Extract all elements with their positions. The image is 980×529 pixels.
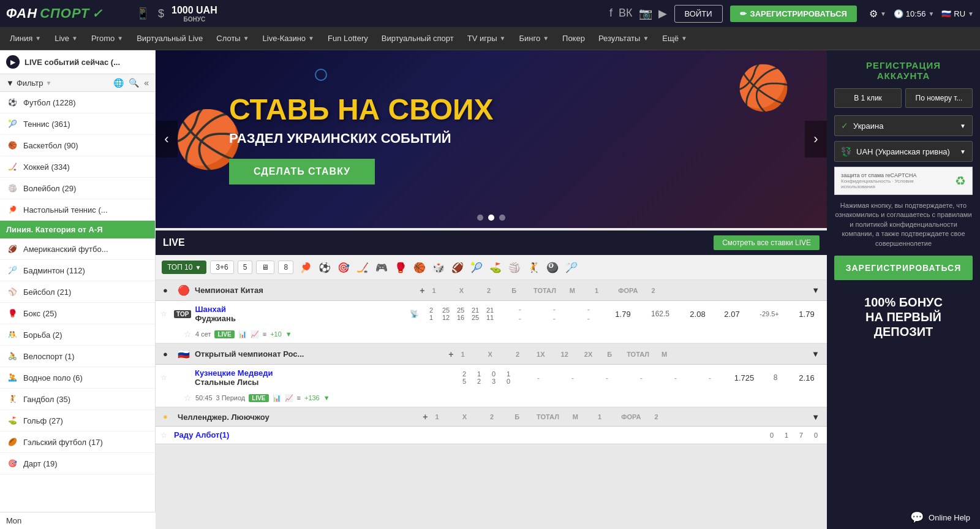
live-play-button[interactable]: ▶ xyxy=(6,55,20,69)
russia-expand[interactable]: + xyxy=(448,349,453,359)
sidebar-item-hockey[interactable]: 🏒 Хоккей (334) xyxy=(0,156,155,178)
banner-next-button[interactable]: › xyxy=(805,121,827,158)
filter-icon-ball11[interactable]: 🏐 xyxy=(506,259,523,276)
nav-poker[interactable]: Покер xyxy=(556,27,591,50)
filter-icon-ball2[interactable]: 🎯 xyxy=(335,259,352,276)
nav-slots[interactable]: Слоты ▼ xyxy=(210,27,255,50)
challenger-expand[interactable]: + xyxy=(423,412,428,422)
russia-list-icon[interactable]: ≡ xyxy=(297,394,301,402)
facebook-icon[interactable]: f xyxy=(609,7,612,20)
odds-b-val[interactable]: 1.79 xyxy=(612,308,633,321)
sidebar-item-golf[interactable]: ⛳ Гольф (27) xyxy=(0,410,155,432)
filter-5[interactable]: 5 xyxy=(238,261,253,274)
reg-one-click-button[interactable]: В 1 клик xyxy=(834,88,902,108)
filter-icon-ball7[interactable]: 🎲 xyxy=(430,259,447,276)
vk-icon[interactable]: ВК xyxy=(619,7,633,20)
filter-icon-ball8[interactable]: 🏈 xyxy=(449,259,466,276)
sidebar-item-boxing[interactable]: 🥊 Бокс (25) xyxy=(0,303,155,324)
nav-live[interactable]: Live ▼ xyxy=(48,27,84,50)
logo[interactable]: ФАНСПОРТ ✓ xyxy=(6,6,129,21)
nav-promo[interactable]: Promo ▼ xyxy=(85,27,129,50)
sidebar-item-tabletennis[interactable]: 🏓 Настольный теннис (... xyxy=(0,199,155,221)
currency-select[interactable]: 💱 UAH (Украинская гривна) ▼ xyxy=(834,141,973,162)
more-bets-russia[interactable]: +136 xyxy=(304,394,320,402)
filter-icon-ball9[interactable]: 🎾 xyxy=(468,259,485,276)
nav-live-casino[interactable]: Live-Казино ▼ xyxy=(257,27,320,50)
nav-virtual-live[interactable]: Виртуальный Live xyxy=(130,27,209,50)
filter-icon-ball6[interactable]: 🏀 xyxy=(411,259,428,276)
russia-fav-star[interactable]: ☆ xyxy=(160,373,170,382)
sidebar-item-volleyball[interactable]: 🏐 Волейбол (29) xyxy=(0,178,155,199)
sidebar-item-american-football[interactable]: 🏈 Американский футбо... xyxy=(0,238,155,260)
filter-8[interactable]: 8 xyxy=(278,261,293,274)
banner-bet-button[interactable]: СДЕЛАТЬ СТАВКУ xyxy=(229,159,375,185)
language-selector[interactable]: 🇷🇺 RU ▼ xyxy=(941,9,974,18)
sidebar-item-waterpolo[interactable]: 🤽 Водное поло (6) xyxy=(0,367,155,389)
russia-star[interactable]: ☆ xyxy=(184,393,192,403)
sidebar-item-badminton[interactable]: 🏸 Бадминтон (112) xyxy=(0,260,155,281)
expand-arrow[interactable]: ▼ xyxy=(285,330,292,338)
banner-dot-2[interactable] xyxy=(488,215,494,221)
odds-f2-val[interactable]: 1.79 xyxy=(796,308,816,321)
instagram-icon[interactable]: 📷 xyxy=(639,7,652,20)
filter-icon-ball12[interactable]: 🤾 xyxy=(525,259,542,276)
filter-icon-ball1[interactable]: ⚽ xyxy=(316,259,333,276)
youtube-icon[interactable]: ▶ xyxy=(658,7,667,20)
stats-icon[interactable]: 📈 xyxy=(251,330,259,338)
reg-submit-button[interactable]: ЗАРЕГИСТРИРОВАТЬСЯ xyxy=(834,256,973,280)
chart-icon[interactable]: 📊 xyxy=(238,330,247,338)
filter-icon-ball4[interactable]: 🎮 xyxy=(373,259,390,276)
match-star[interactable]: ☆ xyxy=(184,329,192,339)
country-select[interactable]: ✓ Украина ▼ xyxy=(834,115,973,136)
filter-icon-ping[interactable]: 🏓 xyxy=(297,259,314,276)
stream-icon[interactable]: 📡 xyxy=(410,310,419,318)
sidebar-item-cycling[interactable]: 🚴 Велоспорт (1) xyxy=(0,346,155,367)
nav-fun-lottery[interactable]: Fun Lottery xyxy=(322,27,374,50)
more-bets-china[interactable]: +10 xyxy=(270,330,282,338)
odds-f1-val[interactable]: 2.07 xyxy=(722,308,742,321)
filter-icon-ball14[interactable]: 🏸 xyxy=(563,259,580,276)
sidebar-item-handball[interactable]: 🤾 Гандбол (35) xyxy=(0,389,155,410)
banner-prev-button[interactable]: ‹ xyxy=(156,121,178,158)
dollar-icon[interactable]: $ xyxy=(158,7,164,20)
sidebar-item-gaelic-football[interactable]: 🏉 Гэльский футбол (17) xyxy=(0,432,155,453)
russia-stats-icon[interactable]: 📈 xyxy=(285,394,293,402)
banner-dot-1[interactable] xyxy=(477,215,483,221)
russia-expand-arrow[interactable]: ▼ xyxy=(323,394,330,402)
nav-liniya[interactable]: Линия ▼ xyxy=(4,27,47,50)
filter-icon-ball10[interactable]: ⛳ xyxy=(487,259,504,276)
banner-dot-3[interactable] xyxy=(499,215,505,221)
sidebar-item-wrestling[interactable]: 🤼 Борьба (2) xyxy=(0,324,155,346)
bottom-tab-mon[interactable]: Mon xyxy=(0,512,156,529)
nav-results[interactable]: Результаты ▼ xyxy=(592,27,655,50)
sidebar-item-baseball[interactable]: ⚾ Бейсбол (21) xyxy=(0,281,155,303)
nav-more[interactable]: Ещё ▼ xyxy=(656,27,693,50)
filter-collapse-icon[interactable]: « xyxy=(144,78,149,88)
russia-odds-f1-val[interactable]: 1.725 xyxy=(732,371,757,384)
reg-by-phone-button[interactable]: По номеру т... xyxy=(905,88,973,108)
filter-icon-ball13[interactable]: 🎱 xyxy=(544,259,561,276)
sidebar-item-darts[interactable]: 🎯 Дарт (19) xyxy=(0,453,155,474)
filter-globe-icon[interactable]: 🌐 xyxy=(113,78,124,88)
filter-search-icon[interactable]: 🔍 xyxy=(129,78,139,88)
sidebar-item-basketball[interactable]: 🏀 Баскетбол (90) xyxy=(0,135,155,156)
online-help[interactable]: 💬 Online Help xyxy=(900,506,980,529)
odds-m-val[interactable]: 2.08 xyxy=(687,308,707,321)
login-button[interactable]: ВОЙТИ xyxy=(674,5,723,23)
match-fav-star[interactable]: ☆ xyxy=(160,310,170,318)
russia-chart-icon[interactable]: 📊 xyxy=(273,394,281,402)
filter-top10[interactable]: ТОП 10 ▼ xyxy=(162,261,206,274)
china-expand[interactable]: + xyxy=(420,286,424,295)
mobile-icon[interactable]: 📱 xyxy=(136,7,149,20)
russia-odds-f2-val[interactable]: 2.16 xyxy=(796,371,816,384)
filter-icon-ball5[interactable]: 🥊 xyxy=(392,259,409,276)
list-icon[interactable]: ≡ xyxy=(263,330,266,338)
nav-tv-games[interactable]: TV игры ▼ xyxy=(461,27,512,50)
filter-monitor[interactable]: 🖥 xyxy=(256,261,274,274)
settings-icon[interactable]: ⚙ xyxy=(869,8,878,20)
filter-346[interactable]: 3+6 xyxy=(210,261,233,274)
register-button[interactable]: ✏ ЗАРЕГИСТРИРОВАТЬСЯ xyxy=(730,6,857,22)
nav-bingo[interactable]: Бинго ▼ xyxy=(513,27,555,50)
sidebar-item-football[interactable]: ⚽ Футбол (1228) xyxy=(0,92,155,113)
live-all-bets-button[interactable]: Смотреть все ставки LIVE xyxy=(714,235,820,250)
